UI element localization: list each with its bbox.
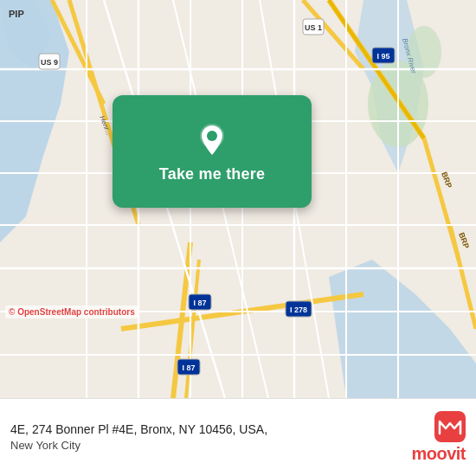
osm-credit: © OpenStreetMap contributors xyxy=(5,306,138,318)
address-block: 4E, 274 Bonner Pl #4E, Bronx, NY 10456, … xyxy=(10,421,411,454)
svg-text:PIP: PIP xyxy=(9,9,24,19)
moovit-text: moovit xyxy=(411,444,466,464)
svg-text:US 9: US 9 xyxy=(41,58,58,67)
map-area: US 9 US 1 I 95 I 87 I 87 I 278 BRP BRP P… xyxy=(0,0,476,398)
svg-text:I 87: I 87 xyxy=(193,299,206,307)
svg-point-52 xyxy=(207,131,217,141)
location-card[interactable]: Take me there xyxy=(113,95,312,208)
svg-text:I 95: I 95 xyxy=(376,52,389,61)
location-pin-icon xyxy=(193,120,231,158)
take-me-there-label: Take me there xyxy=(159,165,265,183)
moovit-icon xyxy=(434,411,466,442)
address-city: New York City xyxy=(10,438,411,453)
address-line1: 4E, 274 Bonner Pl #4E, Bronx, NY 10456, … xyxy=(10,421,411,439)
info-bar: 4E, 274 Bonner Pl #4E, Bronx, NY 10456, … xyxy=(0,398,476,476)
svg-text:US 1: US 1 xyxy=(305,23,322,32)
svg-text:I 278: I 278 xyxy=(290,306,307,314)
osm-credit-text: © OpenStreetMap contributors xyxy=(9,307,135,317)
svg-text:I 87: I 87 xyxy=(182,363,195,372)
moovit-branding: moovit xyxy=(411,411,466,464)
